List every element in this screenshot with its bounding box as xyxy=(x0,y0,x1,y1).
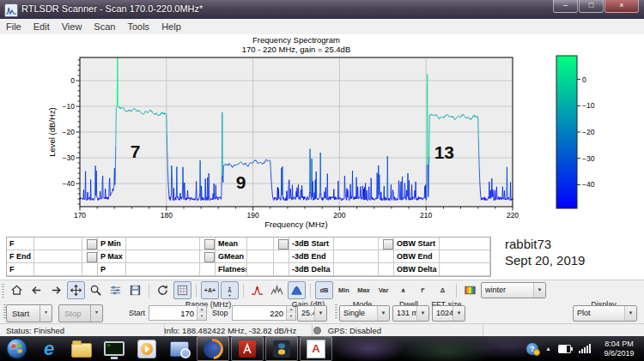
taskbar-item-internet-explorer[interactable]: e xyxy=(33,337,64,360)
spectrum-figure[interactable]: Frequency Spectrogram170 - 220 MHz, gain… xyxy=(0,34,644,233)
range-start-label: Start xyxy=(129,309,145,317)
taskbar-item-python[interactable] xyxy=(265,336,298,361)
menu-item-view[interactable]: View xyxy=(56,19,88,34)
measure-checkbox-p-min[interactable] xyxy=(87,239,97,250)
fft-select-arrow[interactable]: ▼ xyxy=(453,306,465,321)
measure-checkbox-gmean[interactable] xyxy=(204,252,215,262)
peak-fill-button[interactable] xyxy=(288,281,306,299)
taskbar-item-adobe-reader[interactable] xyxy=(231,336,264,361)
grid-button[interactable] xyxy=(173,281,191,299)
measurement-table: F StartF EndF DeltaP MinP MaxP DeltaMean… xyxy=(6,237,491,277)
taskbar-item-explorer[interactable] xyxy=(66,337,97,360)
power-icon[interactable] xyxy=(558,345,571,353)
pan-button[interactable] xyxy=(67,281,85,299)
minimize-button[interactable]: – xyxy=(553,0,578,13)
differentiate-button[interactable]: f' xyxy=(414,281,432,299)
user-annotation: rabbit73 Sept 20, 2019 xyxy=(505,236,585,268)
autoscale-x-button[interactable]: +A+ xyxy=(201,281,219,299)
y-axis-label: Level (dB/Hz) xyxy=(47,107,57,157)
var-trace-button[interactable]: Var xyxy=(374,281,392,299)
scan-stop-button[interactable]: Stop ▾ xyxy=(58,304,103,322)
measure-value-3db-end xyxy=(334,250,379,263)
spectrum-plot[interactable]: Frequency Spectrogram170 - 220 MHz, gain… xyxy=(0,34,644,233)
measure-value-f-start xyxy=(34,238,82,250)
range-start-input[interactable]: 170 ▴▾ xyxy=(149,305,207,321)
colormap-select-arrow[interactable]: ▼ xyxy=(533,283,545,298)
dwell-select[interactable]: 131 ms ▼ xyxy=(392,305,429,322)
colormap-select[interactable]: winter▼ xyxy=(481,282,546,298)
measure-checkbox-cell xyxy=(274,250,289,263)
db-scale-button[interactable]: dB xyxy=(315,281,333,299)
scan-start-button[interactable]: Start ▾ xyxy=(6,304,52,322)
gain-select[interactable]: 25.4 ▼ xyxy=(297,305,327,322)
taskbar-item-media-player[interactable] xyxy=(131,337,162,360)
measure-label-obw-delta: OBW Delta xyxy=(394,263,440,276)
mode-select[interactable]: Single ▼ xyxy=(339,305,390,322)
annotation-line1: rabbit73 xyxy=(505,236,585,252)
taskbar-item-system-search[interactable] xyxy=(164,337,195,360)
display-select-arrow[interactable]: ▼ xyxy=(624,306,636,321)
menu-item-scan[interactable]: Scan xyxy=(88,19,121,34)
range-stop-value: 220 xyxy=(270,309,283,318)
toolbar-gripper[interactable] xyxy=(2,284,4,298)
measure-checkbox-mean[interactable] xyxy=(204,239,215,250)
settings-gripper[interactable] xyxy=(335,304,337,318)
measurement-panel: F StartF EndF DeltaP MinP MaxP DeltaMean… xyxy=(0,233,644,280)
close-button[interactable]: × xyxy=(605,0,639,13)
back-button[interactable] xyxy=(27,281,46,299)
help-tray-icon[interactable]: ? xyxy=(526,343,538,355)
refresh-button[interactable] xyxy=(154,281,172,299)
measure-value-obw-delta xyxy=(440,263,490,276)
show-hidden-icons-arrow[interactable]: ▲ xyxy=(545,346,551,352)
menu-item-tools[interactable]: Tools xyxy=(121,19,155,34)
autoscale-y-button[interactable]: +A+ xyxy=(221,281,239,299)
svg-text:−30: −30 xyxy=(582,154,595,163)
display-select[interactable]: Plot ▼ xyxy=(573,305,637,322)
mode-select-arrow[interactable]: ▼ xyxy=(377,306,389,321)
measure-value-p-delta xyxy=(126,263,200,276)
taskbar-item-text-editor[interactable]: A xyxy=(300,336,332,361)
window-titlebar[interactable]: RTLSDR Scanner - Scan 170.0-220.0MHz* – … xyxy=(0,0,644,19)
colormap-button[interactable] xyxy=(461,281,479,299)
menu-item-help[interactable]: Help xyxy=(155,19,187,34)
channel-13-annotation: 13 xyxy=(434,142,454,162)
svg-text:200: 200 xyxy=(333,211,345,220)
measure-checkbox-3db-start[interactable] xyxy=(278,239,289,250)
gain-select-arrow[interactable]: ▼ xyxy=(314,306,326,321)
measure-value-3db-start xyxy=(334,238,379,250)
forward-button[interactable] xyxy=(47,281,65,299)
svg-text:+A+: +A+ xyxy=(204,287,216,293)
max-trace-button[interactable]: Max xyxy=(355,281,373,299)
subplots-button[interactable] xyxy=(106,281,125,299)
peak-marker-button[interactable] xyxy=(248,281,266,299)
range-start-spinner[interactable]: ▴▾ xyxy=(197,306,206,320)
home-button[interactable] xyxy=(8,281,26,299)
measure-checkbox-p-max[interactable] xyxy=(87,252,97,262)
status-gps: GPS: Disabled xyxy=(306,324,483,337)
network-signal-icon[interactable] xyxy=(578,344,591,353)
measure-checkbox-obw-start[interactable] xyxy=(383,239,393,250)
measure-value-p-min xyxy=(126,238,200,250)
status-spacer xyxy=(477,324,644,337)
colormap-icon xyxy=(464,284,477,297)
menu-item-edit[interactable]: Edit xyxy=(27,19,56,34)
fft-select[interactable]: 1024 ▼ xyxy=(432,305,465,322)
maximize-button[interactable]: □ xyxy=(579,0,604,13)
scan-start-dropdown-arrow[interactable]: ▾ xyxy=(39,305,52,322)
windows-logo-icon xyxy=(6,338,27,359)
save-button[interactable] xyxy=(126,281,144,299)
taskbar-item-start[interactable] xyxy=(1,337,32,360)
scan-stop-dropdown-arrow[interactable]: ▾ xyxy=(90,305,102,322)
smooth-button[interactable]: ∧ xyxy=(394,281,412,299)
plot-toolbar: +A++A+dBMinMaxVar∧f'Δwinter▼ xyxy=(0,280,644,300)
taskbar-item-computer[interactable] xyxy=(99,337,130,360)
taskbar-item-firefox[interactable] xyxy=(197,336,229,361)
peak-multi-button[interactable] xyxy=(268,281,286,299)
delta-button[interactable]: Δ xyxy=(434,281,452,299)
clock[interactable]: 8:04 PM 9/6/2019 xyxy=(598,340,641,358)
range-stop-input[interactable]: 220 ▴▾ xyxy=(232,305,296,321)
zoom-button[interactable] xyxy=(87,281,105,299)
taskbar: eA ? ▲ 8:04 PM 9/6/2019 xyxy=(0,336,644,361)
min-trace-button[interactable]: Min xyxy=(335,281,353,299)
menu-item-file[interactable]: File xyxy=(0,19,27,34)
